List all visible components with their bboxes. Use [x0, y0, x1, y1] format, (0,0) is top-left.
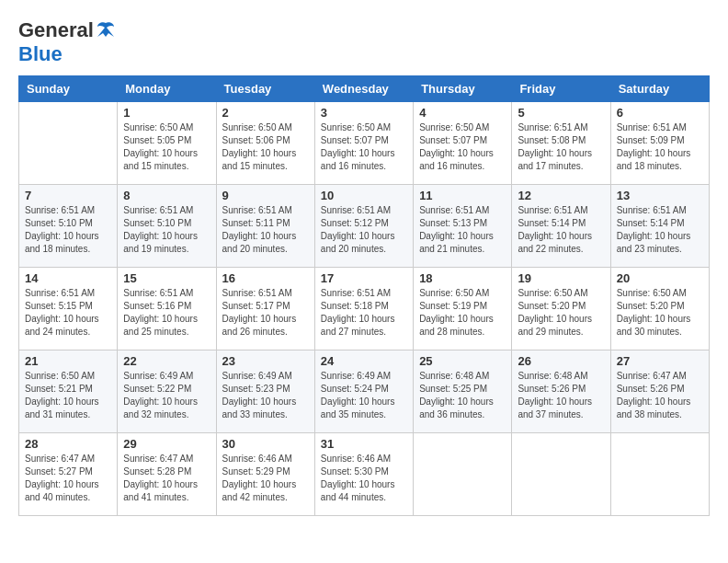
calendar-cell: 26Sunrise: 6:48 AMSunset: 5:26 PMDayligh…	[512, 350, 610, 433]
calendar-week-row: 14Sunrise: 6:51 AMSunset: 5:15 PMDayligh…	[19, 268, 710, 350]
date-number: 15	[123, 271, 210, 285]
calendar-week-row: 28Sunrise: 6:47 AMSunset: 5:27 PMDayligh…	[19, 433, 710, 516]
date-number: 16	[222, 271, 309, 285]
day-info: Sunrise: 6:51 AMSunset: 5:16 PMDaylight:…	[123, 287, 210, 339]
day-info: Sunrise: 6:50 AMSunset: 5:07 PMDaylight:…	[419, 121, 506, 173]
day-info: Sunrise: 6:48 AMSunset: 5:25 PMDaylight:…	[419, 370, 506, 421]
calendar-cell: 7Sunrise: 6:51 AMSunset: 5:10 PMDaylight…	[19, 185, 118, 268]
day-info: Sunrise: 6:50 AMSunset: 5:06 PMDaylight:…	[222, 121, 309, 173]
day-info: Sunrise: 6:51 AMSunset: 5:17 PMDaylight:…	[222, 287, 309, 339]
day-header-wednesday: Wednesday	[314, 76, 413, 102]
calendar-cell: 20Sunrise: 6:50 AMSunset: 5:20 PMDayligh…	[610, 268, 709, 350]
day-info: Sunrise: 6:47 AMSunset: 5:28 PMDaylight:…	[123, 453, 210, 504]
day-info: Sunrise: 6:50 AMSunset: 5:05 PMDaylight:…	[123, 121, 210, 173]
day-header-sunday: Sunday	[19, 76, 118, 102]
logo-general-text: General	[18, 18, 94, 42]
calendar-cell: 17Sunrise: 6:51 AMSunset: 5:18 PMDayligh…	[314, 268, 413, 350]
calendar-cell: 29Sunrise: 6:47 AMSunset: 5:28 PMDayligh…	[118, 433, 216, 516]
calendar-cell: 4Sunrise: 6:50 AMSunset: 5:07 PMDaylight…	[414, 102, 512, 185]
day-info: Sunrise: 6:51 AMSunset: 5:09 PMDaylight:…	[617, 121, 703, 173]
calendar-cell: 13Sunrise: 6:51 AMSunset: 5:14 PMDayligh…	[610, 185, 709, 268]
day-info: Sunrise: 6:50 AMSunset: 5:07 PMDaylight:…	[321, 121, 407, 173]
day-info: Sunrise: 6:50 AMSunset: 5:19 PMDaylight:…	[419, 287, 506, 339]
day-info: Sunrise: 6:51 AMSunset: 5:12 PMDaylight:…	[321, 204, 407, 256]
day-info: Sunrise: 6:50 AMSunset: 5:20 PMDaylight:…	[518, 287, 604, 339]
calendar-cell: 21Sunrise: 6:50 AMSunset: 5:21 PMDayligh…	[19, 350, 118, 433]
date-number: 10	[321, 189, 407, 202]
day-info: Sunrise: 6:49 AMSunset: 5:22 PMDaylight:…	[123, 370, 210, 421]
date-number: 23	[222, 354, 309, 368]
day-info: Sunrise: 6:51 AMSunset: 5:10 PMDaylight:…	[25, 204, 111, 256]
date-number: 12	[518, 189, 604, 202]
page-header: General Blue	[18, 18, 710, 66]
date-number: 17	[321, 271, 407, 285]
calendar-cell: 15Sunrise: 6:51 AMSunset: 5:16 PMDayligh…	[118, 268, 216, 350]
day-info: Sunrise: 6:51 AMSunset: 5:10 PMDaylight:…	[123, 204, 210, 256]
logo: General Blue	[18, 18, 118, 66]
day-header-thursday: Thursday	[414, 76, 512, 102]
calendar-cell: 25Sunrise: 6:48 AMSunset: 5:25 PMDayligh…	[414, 350, 512, 433]
calendar-table: SundayMondayTuesdayWednesdayThursdayFrid…	[18, 75, 710, 516]
date-number: 20	[617, 271, 703, 285]
day-info: Sunrise: 6:51 AMSunset: 5:18 PMDaylight:…	[321, 287, 407, 339]
day-info: Sunrise: 6:47 AMSunset: 5:26 PMDaylight:…	[617, 370, 703, 421]
date-number: 8	[123, 189, 210, 202]
calendar-cell: 23Sunrise: 6:49 AMSunset: 5:23 PMDayligh…	[216, 350, 314, 433]
calendar-body: 1Sunrise: 6:50 AMSunset: 5:05 PMDaylight…	[19, 102, 710, 516]
calendar-cell: 28Sunrise: 6:47 AMSunset: 5:27 PMDayligh…	[19, 433, 118, 516]
date-number: 18	[419, 271, 506, 285]
calendar-cell: 11Sunrise: 6:51 AMSunset: 5:13 PMDayligh…	[414, 185, 512, 268]
calendar-week-row: 21Sunrise: 6:50 AMSunset: 5:21 PMDayligh…	[19, 350, 710, 433]
day-info: Sunrise: 6:50 AMSunset: 5:20 PMDaylight:…	[617, 287, 703, 339]
day-info: Sunrise: 6:49 AMSunset: 5:24 PMDaylight:…	[321, 370, 407, 421]
calendar-week-row: 1Sunrise: 6:50 AMSunset: 5:05 PMDaylight…	[19, 102, 710, 185]
day-info: Sunrise: 6:50 AMSunset: 5:21 PMDaylight:…	[25, 370, 111, 421]
date-number: 9	[222, 189, 309, 202]
date-number: 14	[25, 271, 111, 285]
day-info: Sunrise: 6:46 AMSunset: 5:29 PMDaylight:…	[222, 453, 309, 504]
calendar-cell: 24Sunrise: 6:49 AMSunset: 5:24 PMDayligh…	[314, 350, 413, 433]
date-number: 21	[25, 354, 111, 368]
date-number: 4	[419, 106, 506, 120]
calendar-cell: 12Sunrise: 6:51 AMSunset: 5:14 PMDayligh…	[512, 185, 610, 268]
logo-text: General	[18, 18, 118, 42]
date-number: 31	[321, 437, 407, 451]
date-number: 27	[617, 354, 703, 368]
date-number: 3	[321, 106, 407, 120]
calendar-cell: 10Sunrise: 6:51 AMSunset: 5:12 PMDayligh…	[314, 185, 413, 268]
date-number: 24	[321, 354, 407, 368]
day-info: Sunrise: 6:51 AMSunset: 5:15 PMDaylight:…	[25, 287, 111, 339]
calendar-cell: 6Sunrise: 6:51 AMSunset: 5:09 PMDaylight…	[610, 102, 709, 185]
date-number: 19	[518, 271, 604, 285]
calendar-cell: 2Sunrise: 6:50 AMSunset: 5:06 PMDaylight…	[216, 102, 314, 185]
calendar-cell	[610, 433, 709, 516]
day-info: Sunrise: 6:51 AMSunset: 5:14 PMDaylight:…	[617, 204, 703, 256]
date-number: 5	[518, 106, 604, 120]
day-header-friday: Friday	[512, 76, 610, 102]
date-number: 26	[518, 354, 604, 368]
calendar-cell: 18Sunrise: 6:50 AMSunset: 5:19 PMDayligh…	[414, 268, 512, 350]
calendar-cell: 22Sunrise: 6:49 AMSunset: 5:22 PMDayligh…	[118, 350, 216, 433]
date-number: 2	[222, 106, 309, 120]
calendar-cell: 16Sunrise: 6:51 AMSunset: 5:17 PMDayligh…	[216, 268, 314, 350]
day-info: Sunrise: 6:46 AMSunset: 5:30 PMDaylight:…	[321, 453, 407, 504]
logo-blue-text: Blue	[18, 42, 63, 66]
calendar-cell: 30Sunrise: 6:46 AMSunset: 5:29 PMDayligh…	[216, 433, 314, 516]
calendar-header-row: SundayMondayTuesdayWednesdayThursdayFrid…	[19, 76, 710, 102]
calendar-cell	[414, 433, 512, 516]
day-info: Sunrise: 6:51 AMSunset: 5:11 PMDaylight:…	[222, 204, 309, 256]
calendar-cell: 14Sunrise: 6:51 AMSunset: 5:15 PMDayligh…	[19, 268, 118, 350]
calendar-cell: 1Sunrise: 6:50 AMSunset: 5:05 PMDaylight…	[118, 102, 216, 185]
date-number: 29	[123, 437, 210, 451]
date-number: 28	[25, 437, 111, 451]
day-info: Sunrise: 6:51 AMSunset: 5:08 PMDaylight:…	[518, 121, 604, 173]
date-number: 13	[617, 189, 703, 202]
date-number: 7	[25, 189, 111, 202]
day-info: Sunrise: 6:47 AMSunset: 5:27 PMDaylight:…	[25, 453, 111, 504]
date-number: 1	[123, 106, 210, 120]
date-number: 22	[123, 354, 210, 368]
day-info: Sunrise: 6:51 AMSunset: 5:14 PMDaylight:…	[518, 204, 604, 256]
date-number: 11	[419, 189, 506, 202]
calendar-cell: 8Sunrise: 6:51 AMSunset: 5:10 PMDaylight…	[118, 185, 216, 268]
logo-bird-icon	[96, 20, 116, 40]
